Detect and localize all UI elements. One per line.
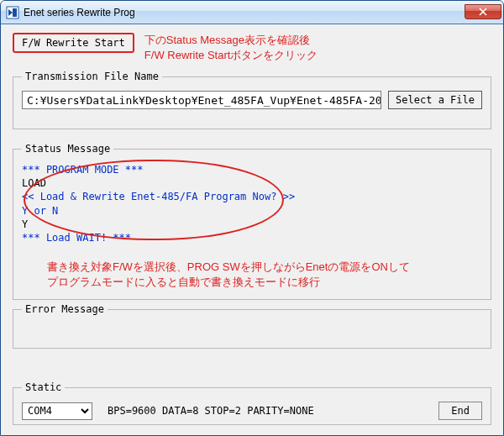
app-icon [6, 6, 19, 19]
select-file-button[interactable]: Select a File [388, 91, 482, 109]
static-legend: Static [22, 381, 65, 393]
client-area: F/W Rewrite Start 下のStatus Message表示を確認後… [1, 24, 503, 435]
annotation-middle: 書き換え対象F/Wを選択後、PROG SWを押しながらEnetの電源をONして … [47, 260, 482, 289]
svg-rect-1 [13, 8, 17, 17]
transmission-file-group: Transmission File Name C:¥Users¥DataLink… [13, 71, 491, 129]
fw-rewrite-start-button[interactable]: F/W Rewrite Start [13, 33, 134, 53]
serial-params: BPS=9600 DATA=8 STOP=2 PARITY=NONE [108, 405, 314, 417]
status-line: *** Load WAIT! *** [22, 231, 482, 244]
status-line: Y or N [22, 204, 482, 218]
title-bar: Enet series Rewrite Prog [1, 1, 503, 24]
annotation-top: 下のStatus Message表示を確認後 F/W Rewrite Start… [144, 33, 318, 62]
error-message-group: Error Message [13, 303, 491, 349]
close-button[interactable] [465, 4, 501, 19]
status-text: *** PROGRAM MODE *** LOAD << Load & Rewr… [22, 163, 482, 244]
status-message-group: Status Message *** PROGRAM MODE *** LOAD… [13, 143, 491, 300]
status-message-legend: Status Message [22, 143, 113, 155]
file-path-input[interactable]: C:¥Users¥DataLink¥Desktop¥Enet_485FA_Vup… [22, 91, 381, 109]
static-group: Static COM4 BPS=9600 DATA=8 STOP=2 PARIT… [13, 381, 491, 425]
transmission-file-legend: Transmission File Name [22, 71, 162, 82]
end-button[interactable]: End [438, 402, 482, 420]
error-message-legend: Error Message [22, 303, 108, 315]
annotation-top-line1: 下のStatus Message表示を確認後 [144, 33, 318, 48]
status-line: *** PROGRAM MODE *** [22, 163, 482, 176]
annotation-top-line2: F/W Rewrite Startボタンをクリック [144, 48, 318, 63]
app-window: Enet series Rewrite Prog F/W Rewrite Sta… [0, 0, 504, 436]
annotation-mid-line1: 書き換え対象F/Wを選択後、PROG SWを押しながらEnetの電源をONして [47, 260, 482, 275]
status-line: LOAD [22, 176, 482, 190]
window-title: Enet series Rewrite Prog [24, 7, 465, 18]
com-port-select[interactable]: COM4 [22, 402, 92, 420]
status-line: Y [22, 218, 482, 231]
annotation-mid-line2: プログラムモードに入ると自動で書き換えモードに移行 [47, 275, 482, 290]
status-line: << Load & Rewrite Enet-485/FA Program No… [22, 190, 482, 203]
